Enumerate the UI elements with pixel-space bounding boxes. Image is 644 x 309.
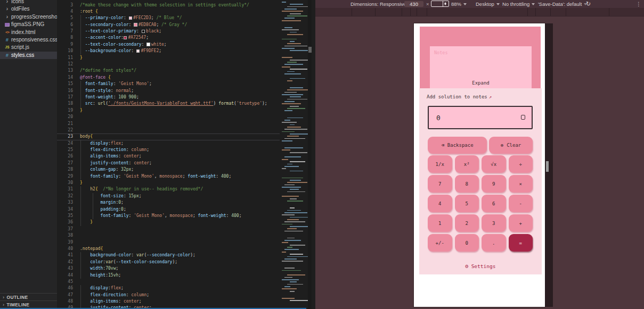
viewport-scrollbar[interactable]	[545, 23, 553, 307]
key-3[interactable]: 3	[482, 214, 506, 232]
file-label: Icons	[11, 0, 24, 5]
key-1/x[interactable]: 1/x	[428, 155, 452, 173]
key--[interactable]: -	[509, 195, 533, 212]
gear-icon: ⚙	[466, 263, 469, 269]
line-number: 37	[57, 226, 73, 232]
code-line-26: align-items: center;	[80, 153, 309, 160]
code-line-48: align-items: center;	[80, 298, 309, 305]
save-data-dropdown[interactable]: 'Save-Data': default	[538, 0, 587, 8]
calculator-app: Notes Expand Add solution to notes↗ 0 ⌫B…	[414, 23, 545, 307]
key-x²[interactable]: x²	[455, 155, 479, 173]
code-line-32: font-size: 15px;	[80, 193, 309, 199]
viewport-height-input[interactable]	[431, 1, 449, 7]
dimensions-dropdown[interactable]: Dimensions: Responsive	[350, 0, 412, 8]
throttling-dropdown[interactable]: No throttling	[502, 0, 535, 8]
line-number: 15	[57, 81, 73, 87]
css-icon: #	[4, 36, 11, 44]
key-2[interactable]: 2	[455, 214, 479, 232]
key-7[interactable]: 7	[428, 175, 452, 193]
folder-item-progressScreenshots[interactable]: ›progressScreenshots	[0, 13, 57, 21]
key-9[interactable]: 9	[482, 175, 506, 193]
code-line-5: --primary-color: #FEC2D3; /* Blue */	[80, 15, 309, 21]
key-5[interactable]: 5	[455, 195, 479, 212]
color-swatch[interactable]	[124, 36, 127, 40]
file-item-responsiveness.css[interactable]: #responsiveness.css	[0, 36, 57, 44]
code-line-17: font-weight: 100 900;	[80, 94, 309, 101]
line-number: 45	[57, 279, 73, 285]
viewport-width-input[interactable]: 430	[404, 1, 423, 7]
line-number: 28	[57, 166, 73, 173]
screen: ›Icons›oldFiles›progressScreenshotsfigma…	[0, 0, 644, 309]
line-number: 39	[57, 239, 73, 246]
zoom-dropdown[interactable]: 88%	[451, 0, 467, 8]
timeline-label: TIMELINE	[6, 302, 29, 307]
code-line-37	[80, 226, 309, 232]
add-solution-link[interactable]: Add solution to notes↗	[427, 94, 492, 99]
code-line-23: body{	[80, 133, 309, 140]
file-tree: ›Icons›oldFiles›progressScreenshotsfigma…	[0, 0, 57, 59]
file-label: progressScreenshots	[11, 13, 57, 21]
save-data-value: 'Save-Data': default	[538, 1, 582, 7]
line-number: 11	[57, 55, 73, 61]
color-swatch[interactable]	[142, 30, 145, 34]
line-number: 44	[57, 272, 73, 279]
key-+[interactable]: +	[509, 214, 533, 232]
key-4[interactable]: 4	[428, 195, 452, 212]
rotate-viewport-icon[interactable]: ↻	[586, 0, 591, 8]
stepper-icon[interactable]	[443, 1, 449, 6]
key-0[interactable]: 0	[455, 234, 479, 252]
code-line-30: }	[80, 180, 309, 186]
file-item-script.js[interactable]: JSscript.js	[0, 44, 57, 51]
key-1[interactable]: 1	[428, 214, 452, 232]
key-√x[interactable]: √x	[482, 155, 506, 173]
code-line-25: flex-direction: column;	[80, 147, 309, 153]
media-query-ruler	[315, 8, 644, 16]
file-item-index.html[interactable]: <>index.html	[0, 29, 57, 36]
backspace-button[interactable]: ⌫Backspace	[428, 137, 487, 154]
settings-label: Settings	[471, 263, 496, 269]
key-6[interactable]: 6	[482, 195, 506, 212]
color-swatch[interactable]	[146, 43, 150, 46]
code-line-18: src: url('./fonts/GeistMono-VariableFont…	[80, 101, 309, 107]
code-line-11: }	[80, 55, 309, 61]
viewport-scrollbar-thumb[interactable]	[546, 161, 549, 172]
code-line-21	[80, 121, 309, 127]
image-icon	[5, 23, 10, 27]
copy-icon[interactable]	[521, 115, 525, 120]
code-line-16: font-style: normal;	[80, 88, 309, 94]
line-number: 48	[57, 298, 73, 305]
code-line-28: column-gap: 32px;	[80, 166, 309, 173]
minimap[interactable]	[280, 0, 312, 309]
color-swatch[interactable]	[134, 23, 137, 27]
more-options-icon[interactable]: ⋮	[636, 0, 641, 8]
key-8[interactable]: 8	[455, 175, 479, 193]
code-line-47: flex-direction: column;	[80, 292, 309, 298]
line-number: 32	[57, 193, 73, 199]
color-swatch[interactable]	[129, 16, 133, 20]
settings-button[interactable]: ⚙Settings	[419, 263, 542, 270]
notes-textarea[interactable]: Notes Expand	[430, 46, 532, 88]
folder-item-Icons[interactable]: ›Icons	[0, 0, 57, 5]
code-line-22	[80, 127, 309, 133]
key-×[interactable]: ×	[509, 175, 533, 193]
notepad-banner: Notes Expand	[420, 27, 541, 88]
clear-button[interactable]: ⊗Clear	[489, 137, 533, 154]
key-.[interactable]: .	[482, 234, 506, 252]
notes-placeholder: Notes	[434, 50, 448, 55]
key-÷[interactable]: ÷	[509, 155, 533, 173]
key-+/-[interactable]: +/-	[428, 234, 452, 252]
code-editor[interactable]: 3456789101112131415161718192021222324252…	[57, 0, 312, 309]
folder-item-oldFiles[interactable]: ›oldFiles	[0, 5, 57, 13]
file-item-styles.css[interactable]: #styles.css	[0, 52, 57, 59]
editor-scrollbar[interactable]	[308, 0, 312, 309]
color-swatch[interactable]	[136, 49, 140, 53]
file-item-figmaSS.PNG[interactable]: figmaSS.PNG	[0, 21, 57, 28]
expand-button[interactable]: Expand	[430, 80, 532, 86]
outline-section-header[interactable]: ›OUTLINE	[0, 293, 57, 301]
line-number: 27	[57, 160, 73, 166]
device-type-dropdown[interactable]: Desktop	[476, 0, 500, 8]
code-line-45	[80, 279, 309, 285]
code-line-12	[80, 61, 309, 68]
editor-scrollbar-thumb[interactable]	[308, 47, 312, 53]
key-=[interactable]: =	[509, 234, 533, 252]
